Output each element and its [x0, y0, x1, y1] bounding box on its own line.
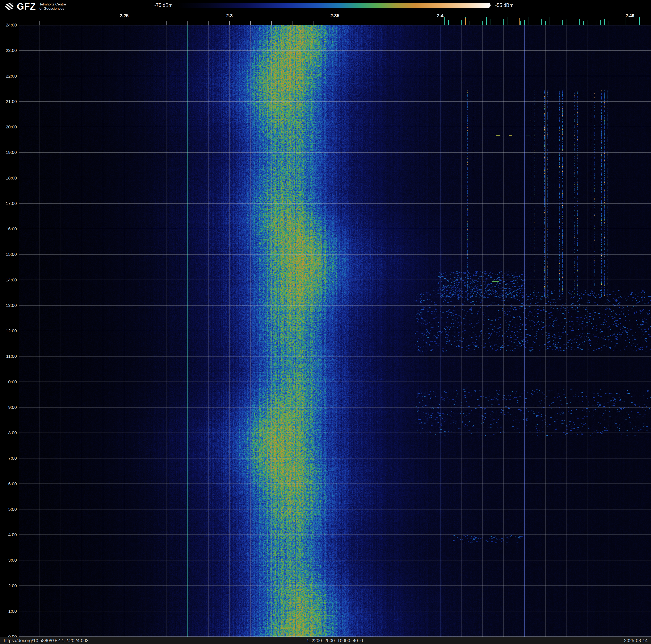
time-label: 23:00	[0, 48, 17, 53]
channel-tick	[541, 19, 541, 25]
gfz-logo-icon	[5, 2, 14, 11]
time-label: 13:00	[0, 303, 17, 308]
freq-minor-tick	[271, 21, 272, 25]
time-axis: 24:0023:0022:0021:0020:0019:0018:0017:00…	[0, 25, 19, 637]
time-label: 12:00	[0, 328, 17, 333]
freq-minor-tick	[124, 21, 124, 25]
channel-tick	[562, 20, 563, 25]
freq-minor-tick	[250, 21, 251, 25]
time-label: 17:00	[0, 201, 17, 206]
channel-tick	[566, 19, 567, 25]
freq-minor-tick	[166, 21, 166, 25]
time-label: 2:00	[0, 583, 17, 588]
time-label: 20:00	[0, 125, 17, 129]
accent-tick	[465, 18, 466, 25]
time-label: 16:00	[0, 227, 17, 231]
channel-tick	[609, 21, 609, 25]
time-label: 19:00	[0, 150, 17, 155]
freq-minor-tick	[292, 21, 293, 25]
channel-tick	[453, 19, 453, 25]
time-label: 4:00	[0, 532, 17, 537]
time-label: 15:00	[0, 252, 17, 257]
freq-minor-tick	[630, 21, 630, 25]
channel-tick	[457, 21, 457, 25]
freq-minor-tick	[356, 21, 356, 25]
channel-tick	[588, 20, 588, 25]
accent-tick	[519, 18, 520, 25]
freq-label: 2.35	[330, 13, 339, 19]
time-label: 10:00	[0, 380, 17, 384]
channel-tick	[516, 19, 517, 25]
freq-label: 2.49	[625, 13, 634, 19]
time-label: 21:00	[0, 99, 17, 104]
channel-tick	[486, 17, 487, 25]
time-label: 18:00	[0, 176, 17, 180]
channel-tick	[592, 17, 592, 25]
freq-minor-tick	[419, 21, 420, 25]
freq-label: 2.25	[120, 13, 128, 19]
freq-minor-tick	[61, 21, 61, 25]
channel-tick	[639, 17, 640, 25]
logo-subtitle-line1: Helmholtz Centre	[38, 2, 66, 6]
freq-minor-tick	[313, 21, 314, 25]
doi-link[interactable]: https://doi.org/10.5880/GFZ.1.2.2024.003	[4, 638, 89, 643]
logo-text: GFZ	[17, 2, 36, 11]
channel-tick	[579, 19, 580, 25]
freq-minor-tick	[229, 21, 230, 25]
channel-tick	[520, 21, 521, 25]
colorbar-gradient	[177, 3, 491, 8]
channel-tick	[444, 17, 444, 25]
time-label: 6:00	[0, 481, 17, 486]
channel-tick	[571, 17, 571, 25]
channel-tick	[546, 21, 546, 25]
channel-tick	[583, 21, 584, 25]
freq-minor-tick	[82, 21, 82, 25]
freq-minor-tick	[208, 21, 209, 25]
freq-minor-tick	[398, 21, 398, 25]
channel-tick	[470, 21, 470, 25]
channel-tick	[524, 20, 525, 25]
channel-tick	[499, 20, 499, 25]
footer-bar: https://doi.org/10.5880/GFZ.1.2.2024.003…	[0, 637, 651, 644]
channel-tick	[575, 20, 576, 25]
channel-tick	[507, 17, 508, 25]
time-label: 5:00	[0, 507, 17, 511]
channel-tick	[558, 21, 558, 25]
freq-minor-tick	[335, 21, 335, 25]
channel-tick	[533, 21, 533, 25]
freq-minor-tick	[440, 21, 440, 25]
time-label: 11:00	[0, 354, 17, 358]
date-label: 2025-08-14	[624, 638, 648, 643]
colorbar: -75 dBm -55 dBm	[154, 2, 514, 8]
channel-tick	[554, 19, 554, 25]
channel-tick	[512, 20, 512, 25]
time-label: 8:00	[0, 431, 17, 435]
channel-tick	[596, 21, 596, 25]
time-label: 1:00	[0, 609, 17, 614]
channel-tick	[600, 20, 600, 25]
time-label: 7:00	[0, 456, 17, 461]
freq-minor-tick	[39, 21, 40, 25]
channel-tick	[503, 19, 503, 25]
gfz-logo: GFZ Helmholtz Centre for Geosciences	[5, 2, 66, 11]
channel-tick	[550, 17, 550, 25]
time-label: 24:00	[0, 23, 17, 27]
colorbar-max-label: -55 dBm	[495, 2, 514, 8]
freq-label: 2.3	[226, 13, 233, 19]
logo-subtitle-line2: for Geosciences	[38, 6, 64, 10]
channel-tick	[604, 19, 605, 25]
spectrogram-canvas	[19, 25, 651, 637]
time-label: 14:00	[0, 277, 17, 282]
spectrogram-app: GFZ Helmholtz Centre for Geosciences -75…	[0, 0, 651, 644]
freq-label: 2.4	[437, 13, 443, 19]
channel-tick	[461, 20, 462, 25]
freq-minor-tick	[145, 21, 145, 25]
freq-minor-tick	[377, 21, 377, 25]
frequency-axis: 2.252.32.352.42.49	[0, 12, 651, 25]
time-label: 22:00	[0, 74, 17, 79]
channel-tick	[495, 21, 495, 25]
colorbar-min-label: -75 dBm	[154, 2, 173, 8]
channel-tick	[448, 20, 449, 25]
channel-tick	[478, 19, 478, 25]
channel-tick	[482, 21, 483, 25]
